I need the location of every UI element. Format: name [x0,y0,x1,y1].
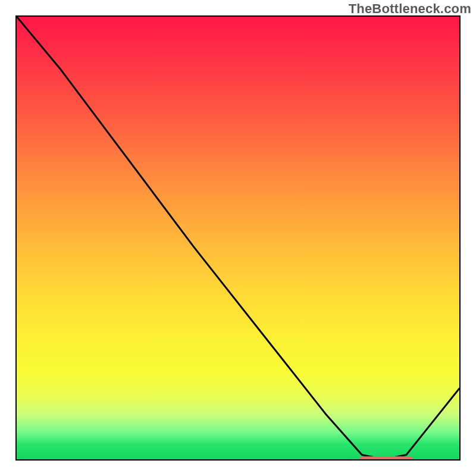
optimal-range-marker [359,456,413,461]
watermark-text: TheBottleneck.com [349,1,471,17]
plot-area [15,15,461,461]
curve-path [17,17,459,459]
bottleneck-curve [17,17,459,459]
chart-container: TheBottleneck.com [0,0,476,476]
